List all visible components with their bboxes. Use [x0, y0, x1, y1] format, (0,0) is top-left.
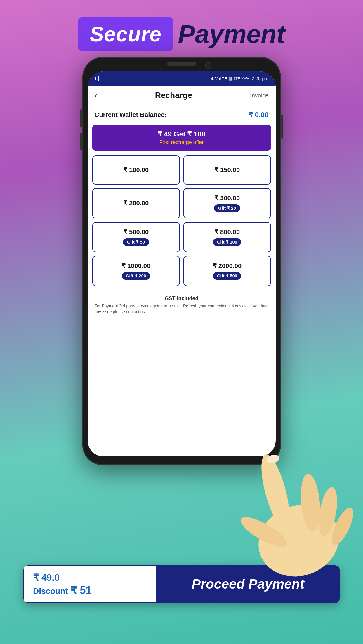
- recharge-card-100[interactable]: ₹ 100.00: [92, 155, 180, 185]
- wallet-label: Current Wallet Balance:: [95, 111, 167, 119]
- secure-badge: Secure: [78, 18, 173, 51]
- network-icon: 🔢: [228, 77, 233, 81]
- status-left-icons: 🖼: [95, 76, 99, 81]
- recharge-card-300[interactable]: ₹ 300.00 Gift ₹ 20: [183, 188, 271, 218]
- recharge-amount: ₹ 500.00: [123, 228, 149, 236]
- gift-badge: Gift ₹ 20: [214, 204, 240, 212]
- gift-badge: Gift ₹ 100: [213, 238, 241, 246]
- lte-icon: LTE: [234, 77, 240, 81]
- time-display: 2:28 pm: [252, 76, 269, 81]
- recharge-card-800[interactable]: ₹ 800.00 Gift ₹ 100: [183, 222, 271, 252]
- bottom-action-bar: ₹ 49.0 Discount ₹ 51 Proceed Payment: [23, 565, 340, 603]
- recharge-grid: ₹ 100.00 ₹ 150.00 ₹ 200.00 ₹ 300.00 Gift…: [88, 151, 276, 291]
- wallet-amount: ₹ 0.00: [249, 111, 268, 119]
- image-icon: 🖼: [95, 76, 99, 81]
- gift-badge: Gift ₹ 200: [122, 272, 150, 280]
- discount-label: Discount: [33, 587, 68, 596]
- signal-text: VoLTE: [215, 76, 227, 81]
- phone-screen: 🖼 ✱ VoLTE 🔢 LTE 28% 2:28 pm ‹ Recharge I…: [88, 71, 276, 456]
- recharge-amount: ₹ 300.00: [214, 195, 240, 202]
- offer-banner[interactable]: ₹ 49 Get ₹ 100 First recharge offer: [92, 125, 271, 151]
- offer-main-text: ₹ 49 Get ₹ 100: [98, 130, 266, 138]
- battery-text: 28%: [241, 76, 251, 81]
- recharge-amount: ₹ 2000.00: [213, 262, 242, 270]
- gst-section: GST included For Payment 3rd party servi…: [88, 291, 276, 319]
- recharge-card-1000[interactable]: ₹ 1000.00 Gift ₹ 200: [92, 256, 180, 286]
- back-button[interactable]: ‹: [95, 91, 97, 100]
- proceed-payment-label: Proceed Payment: [192, 576, 304, 592]
- phone-power-button: [281, 115, 283, 139]
- bluetooth-icon: ✱: [211, 76, 214, 81]
- recharge-amount: ₹ 800.00: [214, 228, 240, 236]
- discount-amount: ₹ 51: [70, 584, 92, 596]
- recharge-card-200[interactable]: ₹ 200.00: [92, 188, 180, 218]
- app-bar: ‹ Recharge Invoice: [88, 86, 276, 105]
- recharge-amount: ₹ 100.00: [123, 166, 149, 174]
- recharge-amount: ₹ 1000.00: [121, 262, 151, 270]
- phone-speaker: [167, 62, 196, 66]
- recharge-card-500[interactable]: ₹ 500.00 Gift ₹ 50: [92, 222, 180, 252]
- price-discount: Discount ₹ 51: [33, 584, 147, 596]
- recharge-amount: ₹ 200.00: [123, 200, 149, 207]
- phone-frame: 🖼 ✱ VoLTE 🔢 LTE 28% 2:28 pm ‹ Recharge I…: [82, 57, 281, 465]
- price-box: ₹ 49.0 Discount ₹ 51: [23, 565, 156, 603]
- gst-title: GST included: [95, 295, 269, 302]
- gift-badge: Gift ₹ 500: [213, 272, 241, 280]
- wallet-section: Current Wallet Balance: ₹ 0.00: [88, 105, 276, 125]
- invoice-button[interactable]: Invoice: [250, 92, 268, 99]
- phone-vol-down-button: [80, 133, 82, 150]
- status-bar: 🖼 ✱ VoLTE 🔢 LTE 28% 2:28 pm: [88, 71, 276, 86]
- status-right-icons: ✱ VoLTE 🔢 LTE 28% 2:28 pm: [211, 76, 269, 81]
- payment-text: Payment: [178, 19, 285, 49]
- offer-sub-text: First recharge offer: [98, 139, 266, 146]
- gift-badge: Gift ₹ 50: [123, 238, 149, 246]
- price-amount: ₹ 49.0: [33, 572, 147, 583]
- gst-desc: For Payment 3rd party services going to …: [95, 303, 269, 315]
- recharge-card-150[interactable]: ₹ 150.00: [183, 155, 271, 185]
- app-title: Recharge: [155, 91, 192, 100]
- phone-vol-up-button: [80, 109, 82, 127]
- phone-camera: [205, 62, 211, 69]
- recharge-amount: ₹ 150.00: [214, 166, 240, 174]
- proceed-payment-button[interactable]: Proceed Payment: [156, 565, 340, 603]
- recharge-card-2000[interactable]: ₹ 2000.00 Gift ₹ 500: [183, 256, 271, 286]
